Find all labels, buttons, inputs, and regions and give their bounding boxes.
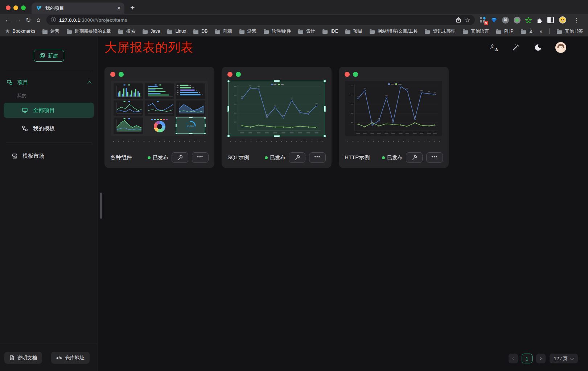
bookmark-folder-label: IDE bbox=[330, 29, 338, 34]
user-avatar[interactable] bbox=[555, 42, 566, 53]
folder-icon bbox=[424, 29, 430, 34]
tab-close-icon[interactable]: ✕ bbox=[117, 5, 121, 11]
bookmarks-label: Bookmarks bbox=[12, 29, 35, 34]
repo-button[interactable]: </> 仓库地址 bbox=[51, 352, 90, 364]
address-bar[interactable]: ⓘ 127.0.0.1:3000/#/project/items ☆ bbox=[46, 15, 475, 25]
mini-line-chart-two-series bbox=[114, 100, 143, 116]
folder-icon bbox=[118, 29, 124, 34]
chevron-up-icon[interactable] bbox=[87, 81, 92, 86]
new-copy-plus-icon bbox=[40, 53, 45, 58]
prev-page-button[interactable]: ‹ bbox=[509, 354, 518, 363]
dark-reader-icon[interactable] bbox=[547, 17, 554, 23]
close-window-button[interactable] bbox=[6, 5, 11, 10]
bookmark-folder[interactable]: 网站/博客/文章/工具 bbox=[369, 28, 418, 34]
docs-button[interactable]: 说明文档 bbox=[4, 352, 42, 364]
bookmark-folder[interactable]: 其他语言 bbox=[462, 28, 489, 34]
bookmark-folder-label: PHP bbox=[504, 29, 514, 34]
status-label: 已发布 bbox=[270, 154, 285, 161]
bookmark-folder[interactable]: PHP bbox=[496, 29, 514, 34]
zoom-window-button[interactable] bbox=[21, 5, 26, 10]
bookmark-folder[interactable]: 设计 bbox=[298, 28, 315, 34]
project-card[interactable]: HTTP示例 已发布 ••• bbox=[339, 67, 449, 168]
tab-strip: 我的项目 ✕ + bbox=[0, 0, 588, 14]
project-thumbnail[interactable]: 25.00% bbox=[111, 81, 208, 136]
gem-extension-icon[interactable] bbox=[491, 17, 497, 23]
back-icon[interactable]: ← bbox=[3, 15, 13, 25]
command-extension-icon[interactable]: ⌘ bbox=[502, 17, 509, 24]
project-card[interactable]: 25.00% 各种组件 已发布 bbox=[104, 67, 214, 168]
more-button[interactable]: ••• bbox=[426, 152, 443, 163]
bookmark-folder[interactable]: IDE bbox=[322, 29, 338, 34]
monitor-icon bbox=[22, 107, 28, 113]
bookmarks-overflow-chevron[interactable]: » bbox=[539, 28, 542, 34]
extension-grid-icon[interactable]: 9 bbox=[480, 17, 486, 23]
bookmark-folder[interactable]: 资讯未整理 bbox=[424, 28, 456, 34]
green-dot bbox=[119, 72, 124, 77]
mini-line-chart bbox=[145, 100, 174, 116]
new-project-button[interactable]: 新建 bbox=[34, 50, 64, 62]
bookmark-folder[interactable]: 软件/硬件 bbox=[263, 28, 291, 34]
red-dot bbox=[110, 72, 115, 77]
tab-title: 我的项目 bbox=[45, 5, 114, 12]
bookmark-folder[interactable]: Java bbox=[142, 29, 160, 34]
project-thumbnail[interactable] bbox=[345, 81, 442, 136]
bookmark-folder[interactable]: DB bbox=[193, 29, 207, 34]
new-tab-button[interactable]: + bbox=[124, 3, 140, 14]
edit-button[interactable] bbox=[289, 152, 305, 163]
dark-mode-moon-icon[interactable] bbox=[534, 44, 542, 51]
scrollbar-thumb[interactable] bbox=[100, 193, 102, 219]
edit-button[interactable] bbox=[406, 152, 423, 163]
browser-tab[interactable]: 我的项目 ✕ bbox=[32, 3, 124, 14]
app-header: 大屏报表的列表 文A bbox=[98, 37, 588, 58]
bookmark-folder[interactable]: 搜索 bbox=[118, 28, 135, 34]
folder-icon bbox=[263, 29, 269, 34]
magic-wand-icon[interactable] bbox=[512, 44, 520, 51]
mini-area-chart-green bbox=[114, 118, 143, 134]
bookmark-folder-label: 设计 bbox=[306, 28, 315, 34]
next-page-button[interactable]: › bbox=[536, 354, 546, 363]
sidebar-section-project[interactable]: 项目 bbox=[7, 74, 91, 90]
card-footer: SQL示例 已发布 ••• bbox=[227, 152, 326, 163]
bookmarks-manager-item[interactable]: ★ Bookmarks bbox=[5, 28, 35, 34]
bookmark-folder-label: 网站/博客/文章/工具 bbox=[378, 28, 418, 34]
puzzle-extensions-icon[interactable] bbox=[536, 17, 543, 23]
project-thumbnail-selected[interactable] bbox=[228, 81, 325, 136]
bookmark-folder-label: 搜索 bbox=[126, 28, 135, 34]
status-badge: 已发布 bbox=[382, 154, 402, 161]
bookmark-folder[interactable]: 运营 bbox=[42, 28, 59, 34]
minimize-window-button[interactable] bbox=[13, 5, 18, 10]
donut-ring bbox=[154, 121, 165, 132]
sidebar-item-my-templates[interactable]: 我的模板 bbox=[4, 121, 94, 136]
share-icon[interactable] bbox=[455, 17, 462, 23]
sidebar-item-all-projects[interactable]: 全部项目 bbox=[4, 103, 94, 118]
document-icon bbox=[9, 355, 15, 360]
current-page-button[interactable]: 1 bbox=[522, 354, 533, 363]
page-title: 大屏报表的列表 bbox=[104, 39, 193, 56]
bookmark-folder[interactable]: 游戏 bbox=[239, 28, 256, 34]
project-card[interactable]: SQL示例 已发布 ••• bbox=[222, 67, 332, 168]
more-button[interactable]: ••• bbox=[192, 152, 209, 163]
bookmark-star-icon[interactable]: ☆ bbox=[465, 16, 470, 24]
more-button[interactable]: ••• bbox=[309, 152, 326, 163]
page-info-icon[interactable]: ⓘ bbox=[51, 17, 56, 23]
edit-button[interactable] bbox=[172, 152, 188, 163]
browser-menu-icon[interactable]: ⋮ bbox=[571, 17, 581, 24]
bookmark-folder[interactable]: Linux bbox=[167, 29, 186, 34]
bookmark-folder[interactable]: 项目 bbox=[345, 28, 362, 34]
forward-icon[interactable]: → bbox=[13, 15, 23, 25]
bookmark-folder[interactable]: 近期需要读的文章 bbox=[66, 28, 111, 34]
status-dot bbox=[148, 156, 151, 159]
green-star-extension-icon[interactable] bbox=[525, 17, 532, 23]
language-icon[interactable]: 文A bbox=[490, 44, 498, 51]
bookmark-folder[interactable]: 文件服务器 bbox=[521, 28, 533, 34]
record-extension-icon[interactable] bbox=[514, 17, 521, 24]
other-bookmarks[interactable]: 其他书签 bbox=[556, 28, 583, 34]
sidebar-item-template-market[interactable]: 模板市场 bbox=[7, 148, 91, 164]
profile-avatar-icon[interactable] bbox=[559, 16, 567, 24]
home-icon[interactable]: ⌂ bbox=[33, 15, 44, 25]
reload-icon[interactable]: ↻ bbox=[23, 15, 33, 25]
hammer-icon bbox=[294, 154, 300, 161]
bookmark-folder[interactable]: 前端 bbox=[215, 28, 232, 34]
page-size-select[interactable]: 12 / 页 bbox=[550, 354, 578, 363]
project-cards: 25.00% 各种组件 已发布 bbox=[98, 58, 588, 168]
